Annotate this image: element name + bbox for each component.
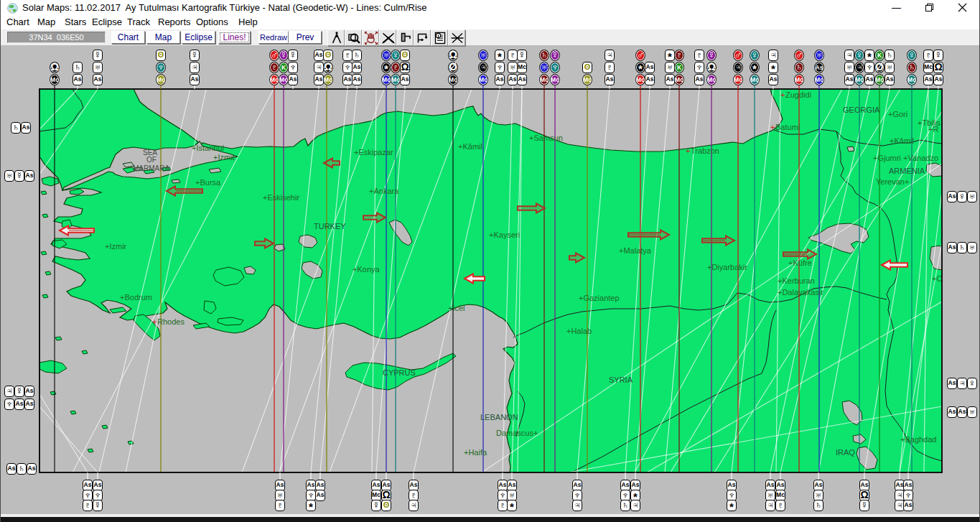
svg-text:CYPRUS: CYPRUS — [383, 368, 416, 377]
svg-text:+Istanbul: +Istanbul — [192, 144, 224, 152]
svg-text:+Konya: +Konya — [353, 265, 380, 274]
svg-text:+Haifa: +Haifa — [464, 448, 487, 457]
svg-text:Damascus+: Damascus+ — [496, 429, 538, 437]
svg-text:+: + — [686, 146, 690, 155]
svg-text:+Gori: +Gori — [888, 110, 907, 118]
svg-text:+Malatya: +Malatya — [619, 246, 652, 255]
svg-text:+Bursa: +Bursa — [195, 178, 221, 187]
svg-text:+Izmir: +Izmir — [105, 242, 127, 251]
svg-text:+Halab: +Halab — [566, 327, 592, 335]
svg-text:GEORGIA: GEORGIA — [843, 106, 880, 114]
svg-text:Trabzon: Trabzon — [691, 146, 719, 155]
svg-text:+Eskisehir: +Eskisehir — [263, 193, 299, 202]
svg-text:+Icel: +Icel — [448, 304, 465, 312]
svg-text:+Izmit: +Izmit — [213, 153, 235, 162]
svg-text:+Samsun: +Samsun — [529, 134, 563, 142]
svg-text:+: + — [152, 317, 157, 326]
svg-text:Rhodes: Rhodes — [157, 317, 185, 326]
svg-text:OF: OF — [146, 156, 157, 164]
svg-text:+Diyarbakir: +Diyarbakir — [707, 263, 747, 271]
svg-text:+Bodrum: +Bodrum — [120, 293, 152, 302]
svg-text:+Kâmil: +Kâmil — [458, 142, 482, 151]
svg-text:+Vanadzo: +Vanadzo — [903, 154, 938, 162]
svg-text:i: i — [438, 33, 439, 39]
svg-text:+Gjumri: +Gjumri — [873, 154, 901, 162]
svg-text:+Kerburan: +Kerburan — [778, 276, 815, 285]
svg-text:+: + — [770, 123, 775, 131]
svg-text:+Eskipazar: +Eskipazar — [354, 148, 393, 157]
svg-text:+Kayseri: +Kayseri — [489, 230, 520, 239]
svg-text:Yerevan+: Yerevan+ — [876, 177, 909, 186]
svg-text:+Ankara: +Ankara — [369, 187, 399, 195]
svg-text:Batumi: Batumi — [775, 123, 800, 131]
svg-text:IRAQ: IRAQ — [836, 448, 855, 457]
svg-text:ARMENIA: ARMENIA — [889, 167, 925, 175]
svg-text:+R: +R — [928, 125, 938, 134]
svg-text:+Gaziantep: +Gaziantep — [579, 294, 620, 302]
svg-text:+Kâmil: +Kâmil — [890, 136, 914, 145]
svg-text:MARMARA: MARMARA — [133, 164, 169, 172]
svg-text:+Dalavakasir: +Dalavakasir — [778, 288, 823, 297]
svg-text:LEBANON: LEBANON — [480, 413, 518, 421]
svg-text:SYRIA: SYRIA — [609, 376, 633, 384]
svg-text:+Baghdad: +Baghdad — [900, 435, 936, 444]
svg-text:TURKEY: TURKEY — [314, 222, 346, 230]
svg-text:+: + — [780, 90, 785, 99]
svg-text:Zugdidi: Zugdidi — [785, 90, 811, 99]
svg-text:+Küfre: +Küfre — [788, 258, 812, 267]
